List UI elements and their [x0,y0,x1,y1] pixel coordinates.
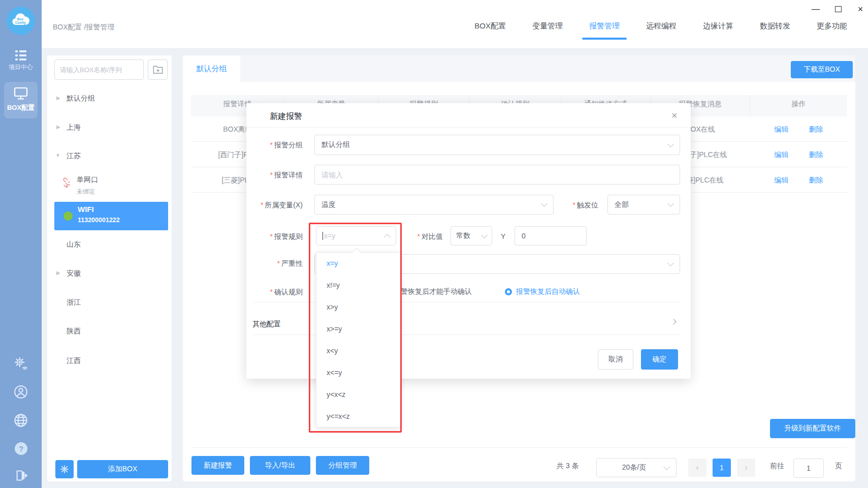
add-box-button[interactable]: 添加BOX [77,460,168,478]
nav-alarm-management[interactable]: 报警管理 [589,19,620,33]
delete-link[interactable]: 删除 [809,116,823,141]
upgrade-software-button[interactable]: 升级到新配置软件 [770,419,855,438]
language-globe-icon[interactable] [13,413,28,428]
tree-node-shanghai[interactable]: ▶ 上海 [54,122,168,134]
box-search-input[interactable] [54,59,144,80]
top-navigation: BOX配置 变量管理 报警管理 远程编程 边缘计算 数据转发 更多功能 [474,19,847,33]
pagination-total: 共 3 条 [557,462,579,471]
nav-box-config[interactable]: BOX配置 [474,19,506,33]
delete-link[interactable]: 删除 [809,142,823,167]
caret-right-icon[interactable]: ▶ [56,270,60,276]
caret-right-icon[interactable]: ▶ [56,124,60,130]
nav-remote-programming[interactable]: 远程编程 [646,19,677,33]
nav-more-functions[interactable]: 更多功能 [817,19,847,33]
tree-node-zhejiang[interactable]: 浙江 [54,297,168,309]
radio-manual-confirm-label[interactable]: 报警恢复后才能手动确认 [394,287,472,296]
alarm-rule-dropdown: x=y x!=y x>y x>=y x<y x<=y y<x<z y<=x<z [316,252,401,428]
cancel-button[interactable]: 取消 [598,349,633,370]
pagination-page-1[interactable]: 1 [713,459,731,477]
tree-node-shaanxi[interactable]: 陕西 [54,326,168,338]
help-icon[interactable]: ? [13,441,28,456]
broken-link-icon [61,177,72,188]
svg-text:?: ? [18,444,23,453]
tree-node-anhui[interactable]: ▶ 安徽 [54,268,168,280]
tree-node-default-group[interactable]: ▶ 默认分组 [54,93,168,105]
edit-link[interactable]: 编辑 [775,116,789,141]
confirm-button[interactable]: 确定 [641,349,678,370]
new-alarm-button[interactable]: 新建报警 [191,456,244,475]
window-close-button[interactable]: × [854,3,866,15]
window-minimize-button[interactable]: — [810,3,822,15]
radio-auto-confirm-label[interactable]: 报警恢复后自动确认 [516,287,580,296]
tree-settings-button[interactable] [55,460,74,478]
download-to-box-button[interactable]: 下载至BOX [791,61,853,78]
modal-title: 新建报警 [270,111,302,122]
trigger-bit-label: *触发位 [532,201,598,210]
edit-link[interactable]: 编辑 [775,167,789,192]
group-tab-bar [183,55,855,82]
alarm-group-select[interactable]: 默认分组 [314,135,680,155]
logout-icon[interactable] [13,468,28,483]
compare-type-select[interactable]: 常数 [451,226,492,246]
variable-label: *所属变量(X) [216,201,303,210]
col-actions: 操作 [750,95,847,116]
trigger-bit-select[interactable]: 全部 [607,195,680,215]
alarm-detail-input[interactable] [314,165,680,185]
sidebar-item-box-config[interactable]: BOX配置 [4,82,38,118]
alarm-rule-label: *报警规则 [216,232,303,241]
group-management-button[interactable]: 分组管理 [316,456,369,475]
svg-text:Box: Box [17,17,24,21]
text-cursor [323,232,323,240]
chevron-down-icon [481,232,488,238]
tab-default-group[interactable]: 默认分组 [183,55,240,82]
rule-option-lt[interactable]: x<y [316,340,401,362]
rule-option-neq[interactable]: x!=y [316,274,401,296]
rule-option-eq[interactable]: x=y [316,253,401,274]
tree-node-jiangxi[interactable]: 江西 [54,355,168,368]
rule-option-between-inc[interactable]: y<=x<z [316,406,401,428]
y-value-input[interactable] [515,226,587,246]
window-maximize-button[interactable] [832,3,844,15]
online-status-dot [63,211,73,221]
pagination-prev-button[interactable]: ‹ [688,459,706,477]
alarm-group-label: *报警分组 [216,141,303,150]
edit-link[interactable]: 编辑 [775,142,789,167]
sidebar-item-project-center[interactable]: 项目中心 [0,63,42,72]
monitor-icon [14,87,28,100]
modal-close-icon[interactable]: × [671,110,678,120]
pagination-next-button[interactable]: › [737,459,755,477]
goto-page-input[interactable] [793,459,824,478]
delete-link[interactable]: 删除 [809,167,823,192]
rule-option-between[interactable]: y<x<z [316,384,401,406]
radio-auto-confirm[interactable] [505,288,512,295]
maximize-icon [835,6,842,12]
add-group-button[interactable] [148,59,168,80]
page-size-select[interactable]: 20条/页 [596,458,677,477]
nav-data-forwarding[interactable]: 数据转发 [760,19,790,33]
import-export-button[interactable]: 导入/导出 [250,456,310,475]
chevron-down-icon [667,141,674,147]
rule-option-lte[interactable]: x<=y [316,362,401,384]
rule-option-gte[interactable]: x>=y [316,318,401,340]
chevron-down-icon [663,464,670,470]
nav-variable-management[interactable]: 变量管理 [532,19,563,33]
tree-node-jiangsu[interactable]: ▼ 江苏 [54,150,168,163]
tree-device-single-port[interactable]: 单网口 未绑定 [54,173,168,199]
nav-edge-computing[interactable]: 边缘计算 [703,19,733,33]
cloud-logo-icon: Box Config [10,10,32,32]
caret-right-icon[interactable]: ▶ [56,95,60,101]
confirm-rule-label: *确认规则 [216,288,303,297]
device-serial: 113200001222 [78,217,120,224]
other-config-label: 其他配置 [252,320,281,329]
tree-device-wifi-selected[interactable]: WIFI 113200001222 [54,202,168,230]
y-label: Y [501,232,505,240]
project-center-icon[interactable] [15,50,27,61]
compare-value-label: *对比值 [377,232,443,241]
tree-node-shandong[interactable]: 山东 [54,239,168,251]
network-settings-icon[interactable] [13,356,28,371]
user-account-icon[interactable] [13,384,28,400]
app-logo[interactable]: Box Config [7,7,35,35]
variable-select[interactable]: 温度 [314,195,554,215]
rule-option-gt[interactable]: x>y [316,296,401,318]
caret-down-icon[interactable]: ▼ [55,152,60,158]
